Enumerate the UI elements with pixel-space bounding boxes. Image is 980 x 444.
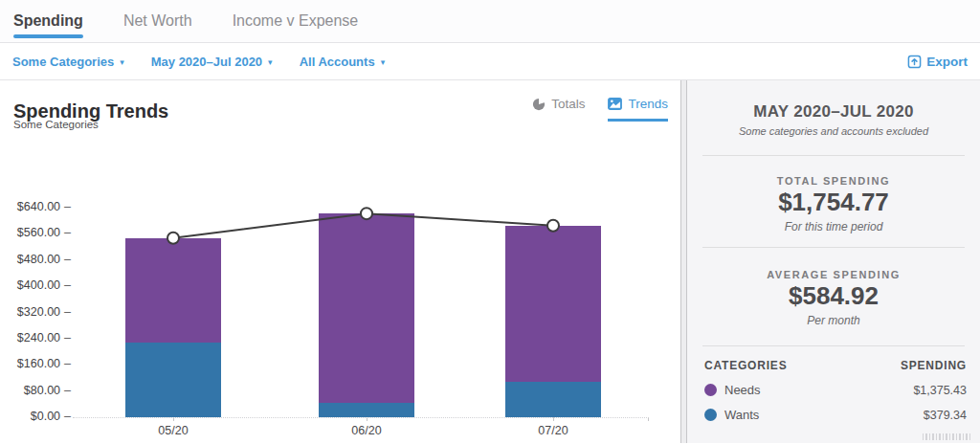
x-axis-tick (553, 417, 554, 421)
y-tick-label: $160.00 (17, 357, 71, 370)
chevron-down-icon: ▾ (268, 58, 273, 67)
needs-color-dot (704, 384, 717, 396)
export-icon (907, 55, 922, 69)
y-tick-label: $400.00 (17, 278, 71, 292)
dropdown-label: All Accounts (300, 55, 375, 69)
data-point-marker[interactable] (547, 220, 559, 232)
categories-table: CATEGORIES SPENDING Needs $1,375.43 Want… (687, 346, 980, 422)
y-tick-label: $320.00 (17, 305, 71, 319)
category-name: Wants (724, 408, 759, 422)
column-header-categories: CATEGORIES (704, 359, 787, 372)
stat-label: AVERAGE SPENDING (687, 269, 980, 280)
total-spending-value: $1,754.77 (687, 188, 980, 217)
data-point-marker[interactable] (361, 208, 372, 219)
period-title: MAY 2020–JUL 2020 (687, 102, 980, 122)
categories-table-header: CATEGORIES SPENDING (704, 359, 967, 372)
wants-color-dot (704, 409, 717, 421)
trend-line-layer (77, 208, 649, 417)
spending-trends-panel: Spending Trends Some Categories Totals (0, 80, 680, 443)
y-tick-label: $560.00 (17, 226, 71, 239)
x-axis-label: 05/20 (158, 424, 188, 437)
y-tick-label: $80.00 (24, 384, 71, 397)
app-root: Spending Net Worth Income v Expense Some… (0, 0, 980, 444)
trends-toggle[interactable]: Trends (608, 97, 668, 122)
table-row-needs: Needs $1,375.43 (704, 383, 967, 397)
toggle-label: Totals (551, 97, 585, 111)
category-amount: $1,375.43 (913, 384, 967, 397)
tab-spending[interactable]: Spending (13, 0, 83, 42)
data-point-marker[interactable] (167, 233, 179, 244)
stat-label: TOTAL SPENDING (687, 175, 980, 187)
export-button[interactable]: Export (907, 55, 968, 69)
summary-sidebar: MAY 2020–JUL 2020 Some categories and ac… (687, 80, 980, 443)
total-spending-stat: TOTAL SPENDING $1,754.77 For this time p… (687, 156, 980, 247)
area-chart-icon (608, 98, 622, 110)
period-note: Some categories and accounts excluded (687, 125, 980, 137)
category-name: Needs (724, 383, 761, 397)
tab-label: Income v Expense (233, 12, 359, 30)
chart-subtitle: Some Categories (13, 119, 99, 130)
dropdown-label: May 2020–Jul 2020 (151, 55, 262, 69)
stat-note: Per month (687, 314, 980, 327)
chevron-down-icon: ▾ (120, 58, 124, 67)
x-axis-tick (173, 417, 174, 421)
date-range-filter-dropdown[interactable]: May 2020–Jul 2020 ▾ (151, 55, 273, 69)
accounts-filter-dropdown[interactable]: All Accounts ▾ (300, 55, 386, 69)
tab-income-v-expense[interactable]: Income v Expense (233, 0, 359, 42)
tab-net-worth[interactable]: Net Worth (123, 0, 192, 42)
period-header: MAY 2020–JUL 2020 Some categories and ac… (687, 80, 980, 155)
toggle-label: Trends (628, 97, 668, 111)
pie-chart-icon (532, 98, 546, 111)
x-axis-label: 07/20 (538, 424, 568, 437)
chevron-down-icon: ▾ (381, 58, 386, 67)
x-axis-end-tick (648, 417, 649, 421)
average-spending-value: $584.92 (687, 281, 980, 311)
column-header-spending: SPENDING (901, 359, 967, 372)
y-tick-label: $0.00 (31, 410, 71, 423)
illegible-fine-print (923, 433, 970, 440)
y-axis: $640.00$560.00$480.00$400.00$320.00$240.… (0, 208, 71, 417)
top-nav: Spending Net Worth Income v Expense (0, 0, 980, 43)
panel-scrollbar-divider[interactable] (680, 80, 687, 443)
dropdown-label: Some Categories (12, 55, 114, 69)
stat-note: For this time period (687, 220, 980, 233)
table-row-wants: Wants $379.34 (704, 408, 967, 422)
x-axis-tick (367, 417, 368, 421)
export-label: Export (926, 55, 968, 69)
y-tick-label: $240.00 (17, 331, 71, 344)
y-tick-label: $640.00 (17, 200, 71, 213)
x-axis-label: 06/20 (351, 424, 381, 437)
y-tick-label: $480.00 (17, 253, 71, 266)
tab-label: Net Worth (123, 12, 192, 30)
filter-bar: Some Categories ▾ May 2020–Jul 2020 ▾ Al… (0, 43, 980, 80)
stacked-bar-chart: 05/2006/2007/20 (77, 208, 649, 417)
tab-label: Spending (13, 12, 83, 30)
view-toggle-group: Totals Trends (532, 97, 668, 122)
category-amount: $379.34 (924, 409, 967, 422)
categories-filter-dropdown[interactable]: Some Categories ▾ (12, 55, 124, 69)
main-content: Spending Trends Some Categories Totals (0, 80, 980, 443)
totals-toggle[interactable]: Totals (532, 97, 585, 122)
average-spending-stat: AVERAGE SPENDING $584.92 Per month (687, 248, 980, 345)
